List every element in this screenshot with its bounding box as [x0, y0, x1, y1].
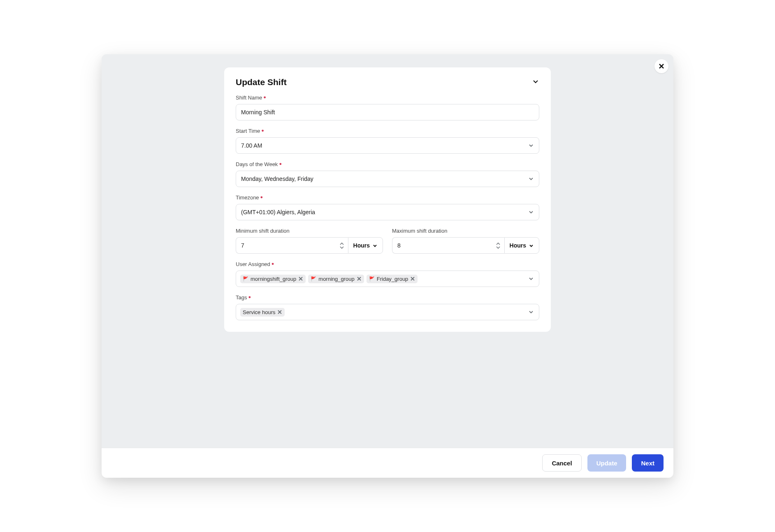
max-duration-value: 8: [397, 242, 496, 249]
chevron-down-icon: [528, 176, 534, 182]
chevron-down-icon: [372, 243, 378, 248]
modal-backdrop: Update Shift Shift Name● Start Time● 7.0…: [102, 54, 673, 478]
next-button[interactable]: Next: [632, 454, 664, 472]
min-duration-label: Minimum shift duration: [236, 228, 383, 234]
modal-content: Update Shift Shift Name● Start Time● 7.0…: [102, 54, 673, 448]
field-max-duration: Maximum shift duration 8 Hours: [392, 228, 539, 254]
user-chip: 🚩 Friday_group: [367, 275, 418, 283]
tag-chip-label: Service hours: [243, 309, 275, 315]
min-duration-input[interactable]: 7: [236, 237, 348, 254]
user-assigned-select[interactable]: 🚩 morningshift_group 🚩 morning_group 🚩 F…: [236, 271, 539, 287]
duration-row: Minimum shift duration 7 Hours: [236, 228, 539, 261]
max-duration-stepper[interactable]: [496, 243, 500, 249]
field-timezone: Timezone● (GMT+01:00) Algiers, Algeria: [236, 194, 539, 220]
timezone-label: Timezone●: [236, 194, 539, 201]
start-time-label: Start Time●: [236, 128, 539, 134]
timezone-value: (GMT+01:00) Algiers, Algeria: [241, 209, 315, 215]
shift-name-input-wrap: [236, 104, 539, 120]
field-start-time: Start Time● 7.00 AM: [236, 128, 539, 154]
min-duration-stepper[interactable]: [340, 243, 344, 249]
chip-remove-icon[interactable]: [298, 276, 303, 281]
chevron-down-icon: [528, 209, 534, 215]
chevron-down-icon: [496, 246, 500, 249]
chevron-down-icon: [340, 246, 344, 249]
update-button[interactable]: Update: [587, 454, 626, 472]
user-chip-label: Friday_group: [377, 276, 408, 282]
max-duration-unit-select[interactable]: Hours: [504, 237, 539, 254]
chevron-down-icon: [528, 276, 534, 282]
tag-chip: Service hours: [240, 308, 285, 317]
min-duration-unit: Hours: [353, 242, 370, 249]
chevron-down-icon: [528, 143, 534, 148]
tags-label: Tags●: [236, 294, 539, 301]
user-chip-label: morning_group: [318, 276, 354, 282]
modal-footer: Cancel Update Next: [102, 448, 673, 478]
start-time-value: 7.00 AM: [241, 142, 262, 149]
min-duration-value: 7: [241, 242, 340, 249]
field-days: Days of the Week● Monday, Wednesday, Fri…: [236, 161, 539, 187]
shift-name-label: Shift Name●: [236, 95, 539, 101]
card-header: Update Shift: [236, 77, 539, 87]
chip-remove-icon[interactable]: [410, 276, 415, 281]
min-duration-control: 7 Hours: [236, 237, 383, 254]
tags-select[interactable]: Service hours: [236, 304, 539, 320]
cancel-button[interactable]: Cancel: [542, 454, 581, 472]
chevron-down-icon: [532, 78, 539, 85]
chevron-up-icon: [340, 243, 344, 245]
field-min-duration: Minimum shift duration 7 Hours: [236, 228, 383, 254]
user-chip-label: morningshift_group: [251, 276, 296, 282]
days-label: Days of the Week●: [236, 161, 539, 167]
chip-remove-icon[interactable]: [357, 276, 362, 281]
start-time-select[interactable]: 7.00 AM: [236, 137, 539, 154]
field-tags: Tags● Service hours: [236, 294, 539, 320]
min-duration-unit-select[interactable]: Hours: [348, 237, 383, 254]
collapse-toggle[interactable]: [532, 78, 539, 87]
card-title: Update Shift: [236, 77, 287, 87]
user-chip: 🚩 morningshift_group: [240, 275, 306, 283]
days-select[interactable]: Monday, Wednesday, Friday: [236, 171, 539, 187]
chevron-down-icon: [529, 243, 534, 248]
user-chip: 🚩 morning_group: [308, 275, 364, 283]
chevron-up-icon: [496, 243, 500, 245]
timezone-select[interactable]: (GMT+01:00) Algiers, Algeria: [236, 204, 539, 220]
shift-name-input[interactable]: [241, 109, 534, 116]
close-icon: [658, 63, 665, 69]
max-duration-control: 8 Hours: [392, 237, 539, 254]
max-duration-label: Maximum shift duration: [392, 228, 539, 234]
flag-icon: 🚩: [243, 276, 248, 282]
user-assigned-label: User Assigned●: [236, 261, 539, 267]
chevron-down-icon: [528, 309, 534, 315]
max-duration-unit: Hours: [510, 242, 526, 249]
days-value: Monday, Wednesday, Friday: [241, 176, 313, 182]
chip-remove-icon[interactable]: [277, 310, 282, 315]
field-shift-name: Shift Name●: [236, 95, 539, 120]
form-card: Update Shift Shift Name● Start Time● 7.0…: [224, 67, 551, 332]
flag-icon: 🚩: [369, 276, 375, 282]
flag-icon: 🚩: [311, 276, 316, 282]
close-button[interactable]: [654, 59, 668, 73]
field-user-assigned: User Assigned● 🚩 morningshift_group 🚩 mo…: [236, 261, 539, 287]
max-duration-input[interactable]: 8: [392, 237, 504, 254]
